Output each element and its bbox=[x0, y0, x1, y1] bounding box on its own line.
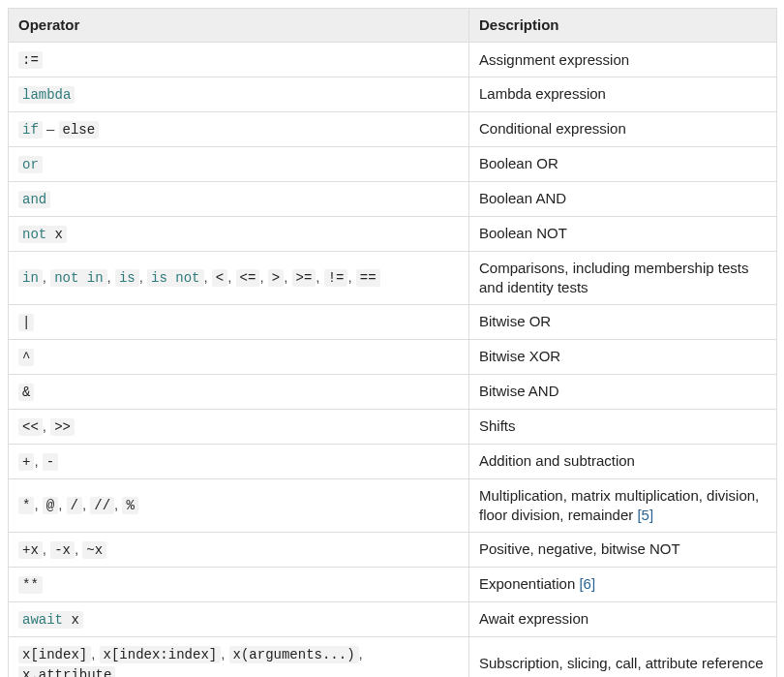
operator-cell: not x bbox=[9, 216, 469, 251]
description-text: Boolean AND bbox=[479, 190, 566, 206]
operator-cell: or bbox=[9, 146, 469, 181]
operator-cell: ** bbox=[9, 567, 469, 601]
operator-token: ** bbox=[18, 576, 43, 594]
footnote-link[interactable]: [5] bbox=[637, 507, 653, 523]
operator-token: << bbox=[18, 418, 43, 436]
description-cell: Bitwise OR bbox=[469, 305, 777, 340]
table-row: +, -Addition and subtraction bbox=[9, 444, 777, 478]
table-header-row: Operator Description bbox=[9, 9, 777, 43]
operator-cell: lambda bbox=[9, 77, 469, 112]
description-text: Bitwise XOR bbox=[479, 348, 560, 364]
table-row: lambdaLambda expression bbox=[9, 77, 777, 112]
table-row: not xBoolean NOT bbox=[9, 216, 777, 251]
operator-token: x.attribute bbox=[18, 666, 115, 677]
description-cell: Boolean AND bbox=[469, 181, 777, 216]
table-row: andBoolean AND bbox=[9, 181, 777, 216]
description-text: Conditional expression bbox=[479, 120, 626, 137]
description-cell: Assignment expression bbox=[469, 43, 777, 77]
description-text: Bitwise AND bbox=[479, 383, 559, 399]
description-text: Await expression bbox=[479, 610, 588, 627]
footnote-link[interactable]: [6] bbox=[579, 575, 595, 592]
operator-token: > bbox=[268, 269, 284, 287]
table-row: &Bitwise AND bbox=[9, 374, 777, 409]
description-cell: Conditional expression bbox=[469, 112, 777, 147]
keyword: is bbox=[115, 269, 139, 287]
operator-token: % bbox=[122, 497, 137, 514]
description-text: Addition and subtraction bbox=[479, 452, 635, 469]
table-row: <<, >>Shifts bbox=[9, 409, 777, 444]
operator-cell: & bbox=[9, 374, 469, 409]
keyword: or bbox=[18, 156, 43, 173]
operator-token: else bbox=[59, 121, 100, 138]
table-row: await xAwait expression bbox=[9, 601, 777, 636]
table-row: +x, -x, ~xPositive, negative, bitwise NO… bbox=[9, 533, 777, 568]
operator-token: ~x bbox=[82, 541, 106, 559]
operator-precedence-table: Operator Description :=Assignment expres… bbox=[8, 8, 777, 677]
table-row: *, @, /, //, %Multiplication, matrix mul… bbox=[9, 478, 777, 533]
operator-token: >> bbox=[50, 418, 75, 436]
operator-token: // bbox=[90, 497, 114, 514]
table-row: ^Bitwise XOR bbox=[9, 339, 777, 374]
operator-token: == bbox=[356, 269, 380, 287]
description-cell: Comparisons, including membership tests … bbox=[469, 251, 777, 305]
operator-token: & bbox=[18, 384, 34, 401]
description-cell: Await expression bbox=[469, 601, 777, 636]
table-row: **Exponentiation [6] bbox=[9, 567, 777, 601]
operator-cell: ^ bbox=[9, 339, 469, 374]
keyword: lambda bbox=[18, 86, 75, 104]
description-cell: Boolean NOT bbox=[469, 216, 777, 251]
operator-cell: x[index], x[index:index], x(arguments...… bbox=[9, 636, 469, 677]
description-cell: Boolean OR bbox=[469, 146, 777, 181]
operator-token: +x bbox=[18, 541, 43, 559]
description-text: Positive, negative, bitwise NOT bbox=[479, 540, 680, 557]
description-text: Boolean OR bbox=[479, 155, 558, 171]
table-row: x[index], x[index:index], x(arguments...… bbox=[9, 636, 777, 677]
header-operator: Operator bbox=[9, 9, 469, 43]
description-text: Exponentiation bbox=[479, 575, 579, 592]
operator-token: x[index] bbox=[18, 646, 91, 663]
keyword-with-operand: not x bbox=[18, 226, 67, 243]
operator-cell: := bbox=[9, 43, 469, 77]
table-row: |Bitwise OR bbox=[9, 305, 777, 340]
operator-token: + bbox=[18, 453, 34, 471]
description-cell: Lambda expression bbox=[469, 77, 777, 112]
description-text: Bitwise OR bbox=[479, 313, 551, 329]
keyword: not in bbox=[50, 269, 106, 287]
table-row: in, not in, is, is not, <, <=, >, >=, !=… bbox=[9, 251, 777, 305]
operator-token: >= bbox=[292, 269, 317, 287]
description-cell: Addition and subtraction bbox=[469, 444, 777, 478]
operator-token: * bbox=[18, 497, 34, 514]
keyword: if bbox=[18, 121, 43, 138]
operator-token: <= bbox=[236, 269, 260, 287]
operator-cell: if – else bbox=[9, 112, 469, 147]
operator-token: @ bbox=[43, 497, 58, 514]
description-cell: Positive, negative, bitwise NOT bbox=[469, 533, 777, 568]
description-text: Subscription, slicing, call, attribute r… bbox=[479, 655, 763, 671]
operator-token: < bbox=[212, 269, 227, 287]
table-row: :=Assignment expression bbox=[9, 43, 777, 77]
keyword: and bbox=[18, 191, 50, 208]
operator-token: -x bbox=[50, 541, 75, 559]
operator-cell: <<, >> bbox=[9, 409, 469, 444]
operator-cell: and bbox=[9, 181, 469, 216]
description-cell: Shifts bbox=[469, 409, 777, 444]
operator-cell: await x bbox=[9, 601, 469, 636]
operator-token: / bbox=[67, 497, 82, 514]
keyword-with-operand: await x bbox=[18, 611, 83, 629]
description-text: Comparisons, including membership tests … bbox=[479, 260, 748, 295]
description-cell: Multiplication, matrix multiplication, d… bbox=[469, 478, 777, 533]
table-row: orBoolean OR bbox=[9, 146, 777, 181]
operator-token: - bbox=[43, 453, 58, 471]
operator-token: != bbox=[324, 269, 348, 287]
description-text: Boolean NOT bbox=[479, 225, 567, 241]
operator-token: x(arguments...) bbox=[229, 646, 359, 663]
operator-token: ^ bbox=[18, 349, 34, 366]
operator-cell: +, - bbox=[9, 444, 469, 478]
description-cell: Subscription, slicing, call, attribute r… bbox=[469, 636, 777, 677]
description-text: Multiplication, matrix multiplication, d… bbox=[479, 487, 759, 523]
description-text: Lambda expression bbox=[479, 85, 606, 102]
description-cell: Exponentiation [6] bbox=[469, 567, 777, 601]
header-description: Description bbox=[469, 9, 777, 43]
keyword: in bbox=[18, 269, 43, 287]
operator-cell: +x, -x, ~x bbox=[9, 533, 469, 568]
